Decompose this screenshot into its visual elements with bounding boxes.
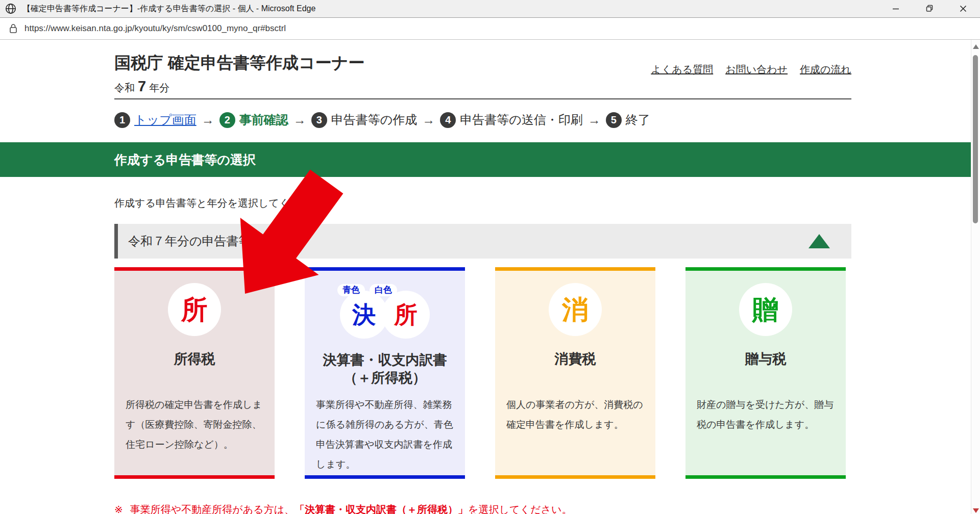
step-1-label[interactable]: トップ画面 <box>134 112 197 128</box>
financial-statements-icon: 決 所 <box>305 291 465 339</box>
url-text: https://www.keisan.nta.go.jp/kyoutu/ky/s… <box>24 23 286 34</box>
step-finish: 5 終了 <box>606 112 650 128</box>
year-section-header[interactable]: 令和７年分の申告書等の作成 <box>114 224 851 259</box>
era-suffix: 年分 <box>149 81 169 95</box>
era-year: 7 <box>138 78 146 95</box>
tax-type-cards: 所 所得税 所得税の確定申告書を作成します（医療費控除、寄附金控除、住宅ローン控… <box>114 267 851 479</box>
triangle-up-icon[interactable] <box>808 234 830 248</box>
card-description: 事業所得や不動産所得、雑業務に係る雑所得のある方が、青色申告決算書や収支内訳書を… <box>316 395 455 475</box>
window-titlebar: 【確定申告書等作成コーナー】-作成する申告書等の選択 - 個人 - Micros… <box>0 0 980 18</box>
step-4-label: 申告書等の送信・印刷 <box>460 112 583 128</box>
step-5-label: 終了 <box>626 112 650 128</box>
step-arrow-icon: → <box>202 113 214 127</box>
lock-icon <box>9 23 17 34</box>
step-pre-check: 2 事前確認 <box>219 112 288 128</box>
step-arrow-icon: → <box>293 113 306 127</box>
step-5-circle: 5 <box>606 112 622 128</box>
card-description: 個人の事業者の方が、消費税の確定申告書を作成します。 <box>506 395 645 435</box>
card-description: 所得税の確定申告書を作成します（医療費控除、寄附金控除、住宅ローン控除など）。 <box>126 395 264 455</box>
step-2-label: 事前確認 <box>239 112 288 128</box>
card-title: 所得税 <box>114 350 275 368</box>
minimize-icon <box>892 5 900 13</box>
filing-type-pills: 青色 白色 <box>337 284 397 296</box>
scroll-down-icon[interactable] <box>973 508 979 513</box>
bottom-note: ※事業所得や不動産所得がある方は、「決算書・収支内訳書（＋所得税）」を選択してく… <box>114 503 851 514</box>
page-title-banner: 作成する申告書等の選択 <box>0 142 971 177</box>
year-section-title: 令和７年分の申告書等の作成 <box>128 233 288 249</box>
main-content: 作成する申告書等と年分を選択してください。 令和７年分の申告書等の作成 所 所得… <box>114 196 851 514</box>
step-2-circle: 2 <box>219 112 235 128</box>
close-button[interactable] <box>946 0 980 17</box>
step-3-circle: 3 <box>311 112 327 128</box>
step-arrow-icon: → <box>588 113 601 127</box>
card-title: 贈与税 <box>685 350 846 368</box>
minimize-button[interactable] <box>879 0 913 17</box>
page-title: 作成する申告書等の選択 <box>114 151 256 168</box>
header-divider <box>114 98 851 99</box>
note-mark: ※ <box>114 504 123 514</box>
scrollbar[interactable] <box>971 40 980 514</box>
close-icon <box>959 5 967 13</box>
scroll-thumb[interactable] <box>973 55 978 223</box>
scroll-up-icon[interactable] <box>973 44 979 49</box>
step-4-circle: 4 <box>440 112 456 128</box>
card-title: 決算書・収支内訳書 （＋所得税） <box>305 351 465 387</box>
step-arrow-icon: → <box>422 113 435 127</box>
income-tax-icon: 所 <box>114 283 275 336</box>
restore-button[interactable] <box>913 0 946 17</box>
globe-icon <box>5 3 16 14</box>
faq-link[interactable]: よくある質問 <box>651 63 713 76</box>
card-title: 消費税 <box>495 350 655 368</box>
step-send-print: 4 申告書等の送信・印刷 <box>440 112 583 128</box>
browser-viewport: 国税庁 確定申告書等作成コーナー 令和 7 年分 よくある質問 お問い合わせ 作… <box>0 40 980 514</box>
creation-flow-link[interactable]: 作成の流れ <box>800 63 851 76</box>
consumption-tax-icon: 消 <box>495 283 655 336</box>
address-bar[interactable]: https://www.keisan.nta.go.jp/kyoutu/ky/s… <box>0 18 980 40</box>
step-1-circle: 1 <box>114 112 130 128</box>
contact-link[interactable]: お問い合わせ <box>725 63 788 76</box>
card-consumption-tax[interactable]: 消 消費税 個人の事業者の方が、消費税の確定申告書を作成します。 <box>495 267 655 479</box>
card-description: 財産の贈与を受けた方が、贈与税の申告書を作成します。 <box>697 395 836 435</box>
blue-return-pill: 青色 <box>337 284 365 296</box>
card-income-tax[interactable]: 所 所得税 所得税の確定申告書を作成します（医療費控除、寄附金控除、住宅ローン控… <box>114 267 275 479</box>
window-title: 【確定申告書等作成コーナー】-作成する申告書等の選択 - 個人 - Micros… <box>22 4 315 14</box>
step-create-return: 3 申告書等の作成 <box>311 112 418 128</box>
progress-steps: 1 トップ画面 → 2 事前確認 → 3 申告書等の作成 → 4 申告書等の送信… <box>114 111 851 129</box>
era-year-line: 令和 7 年分 <box>114 78 851 93</box>
card-gift-tax[interactable]: 贈 贈与税 財産の贈与を受けた方が、贈与税の申告書を作成します。 <box>685 267 846 479</box>
step-3-label: 申告書等の作成 <box>331 112 418 128</box>
instruction-text: 作成する申告書等と年分を選択してください。 <box>114 196 851 210</box>
restore-icon <box>925 5 934 13</box>
page-header: 国税庁 確定申告書等作成コーナー 令和 7 年分 よくある質問 お問い合わせ 作… <box>114 40 851 129</box>
step-top-screen: 1 トップ画面 <box>114 112 197 128</box>
header-links: よくある質問 お問い合わせ 作成の流れ <box>651 63 851 76</box>
gift-tax-icon: 贈 <box>685 283 846 336</box>
era-prefix: 令和 <box>114 81 135 95</box>
card-financial-statements[interactable]: 青色 白色 決 所 決算書・収支内訳書 （＋所得税） 事業所得や不動産所得、雑業… <box>305 267 465 479</box>
white-return-pill: 白色 <box>370 284 397 296</box>
